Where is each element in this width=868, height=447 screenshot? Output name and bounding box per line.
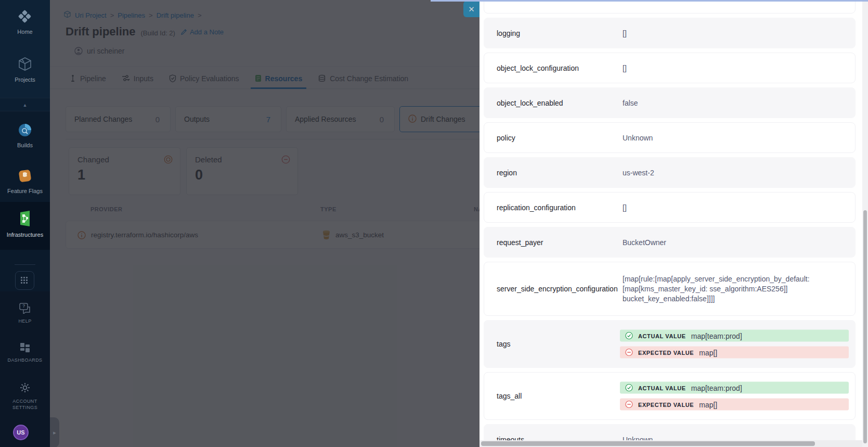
module-grid-button[interactable]: [15, 271, 34, 290]
attribute-key: object_lock_configuration: [497, 64, 579, 72]
attribute-value: false: [623, 99, 638, 107]
vertical-scrollbar-thumb[interactable]: [863, 210, 867, 443]
attribute-value: Unknown: [623, 134, 653, 142]
app-window: Uri Project > Pipelines > Drift pipeline…: [0, 0, 868, 447]
sidebar-item-builds[interactable]: Builds: [0, 123, 50, 148]
attribute-value: BucketOwner: [623, 238, 666, 247]
attribute-row: object_lock_enabledfalse: [484, 87, 856, 118]
check-circle-icon: [625, 384, 633, 392]
grid-icon: [21, 277, 29, 285]
attribute-value: []: [623, 29, 627, 37]
drift-diff: ACTUAL VALUEmap[team:prod]EXPECTED VALUE…: [620, 330, 849, 359]
attribute-key: object_lock_enabled: [497, 99, 563, 107]
cropped-attribute-row: [484, 0, 856, 14]
horizontal-scrollbar-thumb[interactable]: [481, 441, 815, 446]
divider: [15, 264, 35, 265]
actual-value-badge: ACTUAL VALUEmap[team:prod]: [620, 382, 849, 394]
attribute-row: object_lock_configuration[]: [484, 53, 856, 83]
attribute-key: server_side_encryption_configuration: [497, 285, 618, 293]
attribute-row: tagsACTUAL VALUEmap[team:prod]EXPECTED V…: [484, 320, 856, 368]
help-chat-icon: ?: [19, 302, 31, 314]
check-circle-icon: [625, 332, 633, 340]
chevron-right-icon: ▸: [53, 429, 56, 436]
actual-value: map[team:prod]: [691, 331, 742, 340]
sidebar-item-account-settings[interactable]: ACCOUNT SETTINGS: [0, 382, 50, 411]
feature-flags-icon: [18, 169, 32, 185]
minus-circle-icon: [625, 401, 633, 408]
attribute-key: tags_all: [497, 392, 522, 400]
attribute-value: us-west-2: [623, 169, 654, 177]
expected-value-badge: EXPECTED VALUEmap[]: [620, 347, 849, 359]
expected-value: map[]: [699, 400, 717, 408]
attribute-row: request_payerBucketOwner: [484, 227, 856, 258]
sidebar-collapse-button[interactable]: ▲: [0, 98, 50, 111]
close-drawer-button[interactable]: ✕: [463, 1, 480, 17]
projects-cube-icon: [17, 56, 33, 74]
expected-value-label: EXPECTED VALUE: [638, 401, 694, 407]
attribute-key: region: [497, 169, 517, 177]
expand-panel-handle[interactable]: ▸: [50, 417, 59, 447]
gear-icon: [19, 382, 31, 395]
attribute-row: logging[]: [484, 18, 856, 48]
user-avatar[interactable]: US: [13, 425, 29, 440]
vertical-scrollbar: [862, 0, 868, 447]
drift-diff: ACTUAL VALUEmap[team:prod]EXPECTED VALUE…: [620, 382, 849, 411]
attribute-row: policyUnknown: [484, 122, 856, 153]
home-icon: [18, 9, 32, 26]
attribute-key: policy: [497, 134, 515, 142]
actual-value-badge: ACTUAL VALUEmap[team:prod]: [620, 330, 849, 342]
attribute-value: []: [623, 203, 627, 212]
horizontal-scrollbar: [480, 440, 862, 447]
attribute-row: server_side_encryption_configuration[map…: [484, 262, 856, 316]
question-glyph: ?: [22, 303, 25, 309]
attribute-key: tags: [497, 340, 510, 348]
attribute-value: [map[rule:[map[apply_server_side_encrypt…: [623, 274, 826, 304]
attribute-key: logging: [497, 29, 520, 37]
attribute-list: logging[]object_lock_configuration[]obje…: [484, 0, 856, 447]
attribute-row: regionus-west-2: [484, 157, 856, 188]
sidebar-item-feature-flags[interactable]: Feature Flags: [0, 169, 50, 194]
sidebar-item-dashboards[interactable]: DASHBOARDS: [0, 342, 50, 363]
drawer-top-border: [431, 0, 868, 2]
sidebar-item-help[interactable]: ? HELP: [0, 302, 50, 324]
nav-sidebar: Home Projects ▲ Builds Feature Flags: [0, 0, 50, 447]
sidebar-item-home[interactable]: Home: [0, 9, 50, 35]
actual-value-label: ACTUAL VALUE: [638, 385, 686, 391]
expected-value: map[]: [699, 348, 717, 356]
actual-value: map[team:prod]: [691, 384, 742, 392]
dashboards-icon: [20, 342, 30, 355]
sidebar-item-infrastructures[interactable]: Infrastructures: [0, 210, 50, 238]
minus-circle-icon: [625, 349, 633, 356]
actual-value-label: ACTUAL VALUE: [638, 333, 686, 339]
attribute-value: []: [623, 64, 627, 72]
infrastructures-icon: [17, 210, 33, 229]
expected-value-badge: EXPECTED VALUEmap[]: [620, 399, 849, 411]
chevron-up-icon: ▲: [23, 103, 28, 108]
sidebar-item-projects[interactable]: Projects: [0, 56, 50, 83]
attribute-key: replication_configuration: [497, 203, 576, 212]
builds-icon: [18, 123, 32, 139]
expected-value-label: EXPECTED VALUE: [638, 349, 694, 355]
attribute-row: replication_configuration[]: [484, 192, 856, 223]
drift-detail-drawer: logging[]object_lock_configuration[]obje…: [480, 0, 868, 447]
attribute-key: request_payer: [497, 238, 543, 247]
attribute-row: tags_allACTUAL VALUEmap[team:prod]EXPECT…: [484, 372, 856, 420]
